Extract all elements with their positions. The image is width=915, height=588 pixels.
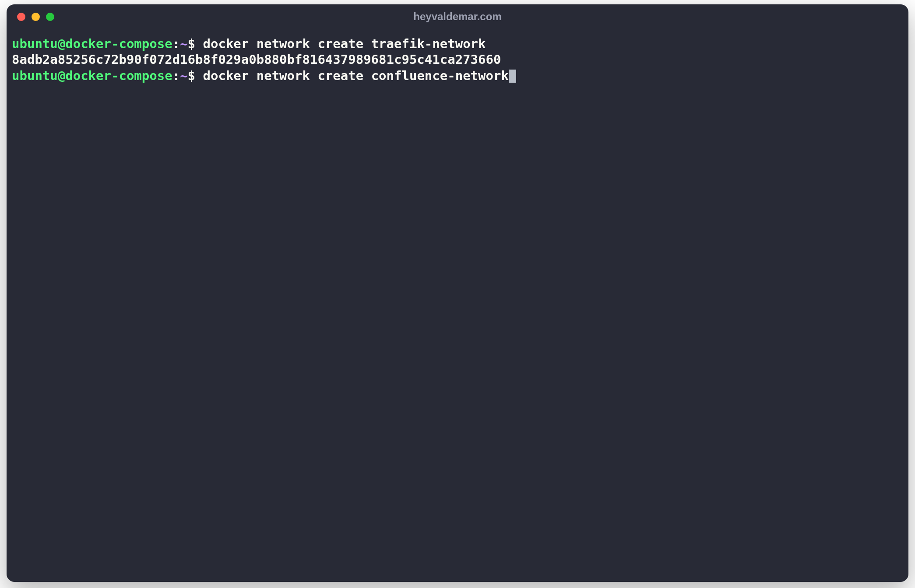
prompt-colon: : bbox=[172, 68, 180, 83]
prompt-symbol: $ bbox=[188, 36, 195, 51]
terminal-window: heyvaldemar.com ubuntu@docker-compose:~$… bbox=[7, 4, 908, 582]
prompt-path: ~ bbox=[180, 36, 187, 51]
close-button[interactable] bbox=[17, 13, 25, 21]
command-text-1: docker network create traefik-network bbox=[195, 36, 486, 51]
maximize-button[interactable] bbox=[46, 13, 54, 21]
command-text-2: docker network create confluence-network bbox=[195, 68, 509, 83]
terminal-line-3: ubuntu@docker-compose:~$ docker network … bbox=[12, 68, 903, 84]
prompt-path: ~ bbox=[180, 68, 187, 83]
window-title: heyvaldemar.com bbox=[413, 10, 501, 23]
prompt-user-host: ubuntu@docker-compose bbox=[12, 36, 172, 51]
cursor bbox=[509, 70, 516, 83]
prompt-symbol: $ bbox=[188, 68, 195, 83]
titlebar: heyvaldemar.com bbox=[7, 4, 908, 29]
output-text: 8adb2a85256c72b90f072d16b8f029a0b880bf81… bbox=[12, 52, 501, 67]
terminal-line-2: 8adb2a85256c72b90f072d16b8f029a0b880bf81… bbox=[12, 52, 903, 67]
terminal-body[interactable]: ubuntu@docker-compose:~$ docker network … bbox=[7, 29, 908, 582]
prompt-colon: : bbox=[172, 36, 180, 51]
terminal-line-1: ubuntu@docker-compose:~$ docker network … bbox=[12, 36, 903, 52]
minimize-button[interactable] bbox=[32, 13, 40, 21]
prompt-user-host: ubuntu@docker-compose bbox=[12, 68, 172, 83]
traffic-lights bbox=[17, 13, 54, 21]
